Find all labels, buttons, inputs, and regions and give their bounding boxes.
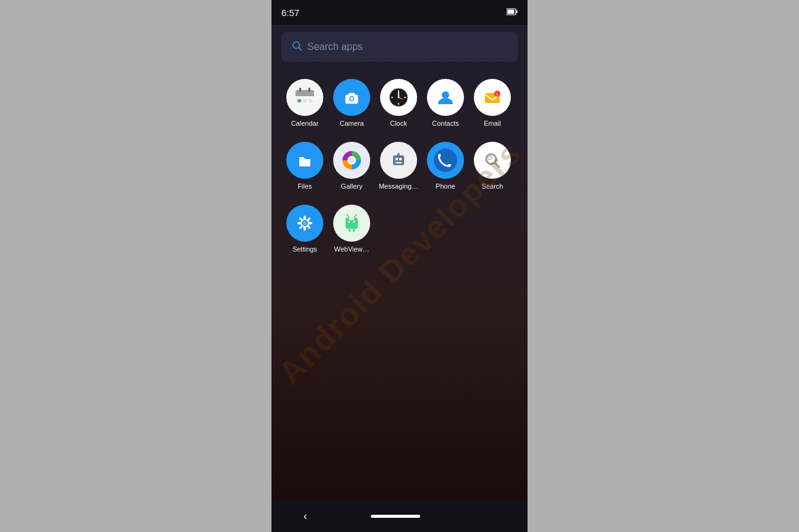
app-item-webview[interactable]: WebView… bbox=[328, 200, 375, 258]
svg-rect-11 bbox=[303, 99, 307, 102]
files-icon bbox=[286, 142, 323, 179]
contacts-label: Contacts bbox=[432, 120, 458, 127]
svg-point-43 bbox=[434, 149, 457, 172]
search-app-icon bbox=[474, 142, 511, 179]
app-item-files[interactable]: Files bbox=[281, 137, 328, 195]
svg-rect-12 bbox=[308, 99, 312, 102]
svg-point-15 bbox=[350, 97, 354, 100]
webview-label: WebView… bbox=[334, 245, 369, 253]
search-label: Search bbox=[482, 182, 503, 190]
app-item-settings[interactable]: Settings bbox=[281, 200, 328, 258]
svg-point-27 bbox=[442, 91, 449, 99]
clock-icon bbox=[380, 79, 417, 116]
svg-rect-39 bbox=[399, 158, 402, 160]
svg-rect-8 bbox=[299, 88, 301, 92]
svg-point-25 bbox=[398, 97, 400, 99]
svg-rect-63 bbox=[346, 220, 358, 229]
svg-point-35 bbox=[349, 157, 355, 163]
svg-point-71 bbox=[355, 214, 357, 215]
svg-rect-67 bbox=[353, 229, 355, 232]
phone-icon bbox=[427, 142, 464, 179]
files-label: Files bbox=[297, 182, 312, 190]
app-item-email[interactable]: ! Email bbox=[469, 74, 516, 132]
messaging-icon bbox=[380, 142, 417, 179]
phone-container: 6:57 Android Developers Search apps bbox=[271, 0, 528, 532]
svg-rect-7 bbox=[296, 94, 314, 96]
svg-rect-53 bbox=[310, 223, 312, 224]
contacts-icon bbox=[427, 79, 464, 116]
app-item-clock[interactable]: Clock bbox=[375, 74, 422, 132]
app-item-search[interactable]: Search bbox=[469, 137, 516, 195]
app-item-camera[interactable]: Camera bbox=[328, 74, 375, 132]
camera-icon bbox=[333, 79, 370, 116]
calendar-label: Calendar bbox=[291, 120, 319, 127]
clock-label: Clock bbox=[390, 120, 407, 127]
gallery-label: Gallery bbox=[341, 182, 363, 190]
app-row-2: Files bbox=[281, 137, 518, 195]
app-row-3: Settings bbox=[281, 200, 518, 258]
status-bar: 6:57 bbox=[271, 0, 528, 25]
svg-rect-9 bbox=[308, 88, 310, 92]
home-pill[interactable] bbox=[371, 515, 420, 518]
settings-icon bbox=[286, 205, 323, 242]
calendar-icon bbox=[286, 79, 323, 116]
svg-rect-2 bbox=[508, 10, 515, 14]
nav-bar: ‹ bbox=[271, 500, 528, 532]
back-button[interactable]: ‹ bbox=[304, 510, 307, 523]
phone-label: Phone bbox=[436, 182, 455, 190]
svg-point-42 bbox=[398, 153, 400, 155]
app-drawer: Android Developers Search apps bbox=[271, 25, 528, 500]
gallery-icon bbox=[333, 142, 370, 179]
svg-rect-50 bbox=[304, 216, 306, 218]
messaging-label: Messaging… bbox=[379, 182, 418, 190]
svg-rect-38 bbox=[395, 158, 398, 160]
svg-point-65 bbox=[354, 221, 355, 223]
svg-point-59 bbox=[303, 221, 307, 225]
webview-icon bbox=[333, 205, 370, 242]
svg-line-4 bbox=[299, 47, 301, 50]
camera-label: Camera bbox=[339, 120, 363, 127]
svg-text:!: ! bbox=[497, 92, 498, 97]
email-icon: ! bbox=[474, 79, 511, 116]
svg-rect-37 bbox=[393, 155, 404, 165]
settings-label: Settings bbox=[292, 245, 317, 253]
search-bar-placeholder: Search apps bbox=[307, 41, 363, 52]
status-icons bbox=[507, 7, 518, 17]
recents-button[interactable] bbox=[484, 510, 495, 522]
svg-rect-10 bbox=[297, 99, 301, 102]
svg-point-64 bbox=[349, 221, 350, 223]
app-item-gallery[interactable]: Gallery bbox=[328, 137, 375, 195]
email-label: Email bbox=[484, 120, 501, 127]
app-grid: Calendar Camera bbox=[281, 74, 518, 258]
svg-point-70 bbox=[347, 214, 348, 215]
app-row-1: Calendar Camera bbox=[281, 74, 518, 132]
status-time: 6:57 bbox=[281, 7, 299, 18]
svg-rect-40 bbox=[395, 162, 402, 163]
svg-rect-51 bbox=[304, 228, 306, 231]
app-item-phone[interactable]: Phone bbox=[422, 137, 469, 195]
search-icon bbox=[291, 40, 302, 54]
svg-rect-52 bbox=[297, 223, 300, 224]
app-item-contacts[interactable]: Contacts bbox=[422, 74, 469, 132]
svg-point-44 bbox=[481, 149, 504, 172]
search-bar[interactable]: Search apps bbox=[281, 32, 518, 62]
svg-rect-66 bbox=[349, 229, 350, 232]
app-item-calendar[interactable]: Calendar bbox=[281, 74, 328, 132]
app-item-messaging[interactable]: Messaging… bbox=[375, 137, 422, 195]
svg-rect-1 bbox=[516, 10, 518, 14]
battery-icon bbox=[507, 7, 518, 17]
